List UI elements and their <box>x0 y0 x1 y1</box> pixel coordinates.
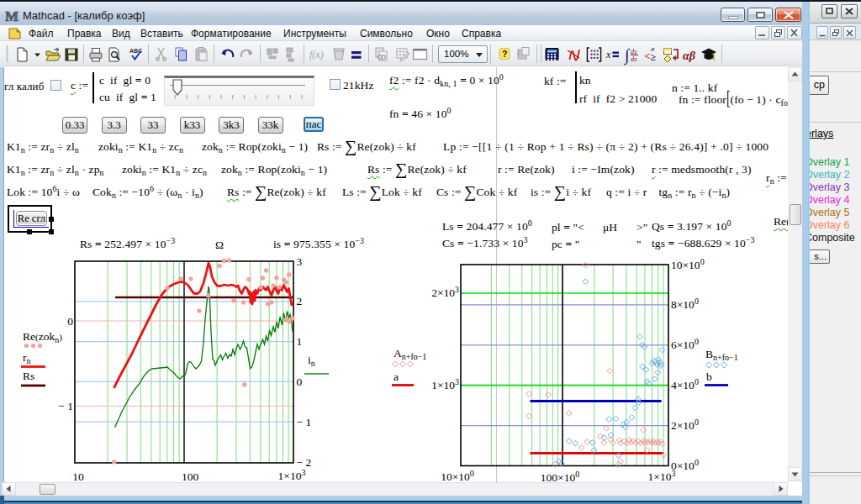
svg-text:∫: ∫ <box>623 45 631 66</box>
svg-text:<: < <box>644 50 650 62</box>
svg-text:?: ? <box>502 49 507 59</box>
svg-text:≠: ≠ <box>651 45 655 54</box>
svg-text:dy: dy <box>631 48 637 55</box>
svg-text:M: M <box>5 9 18 23</box>
svg-text:αβ: αβ <box>683 50 696 62</box>
svg-text:x: x <box>605 49 611 60</box>
svg-text:f(x): f(x) <box>309 49 324 60</box>
svg-text:dx: dx <box>631 55 637 63</box>
